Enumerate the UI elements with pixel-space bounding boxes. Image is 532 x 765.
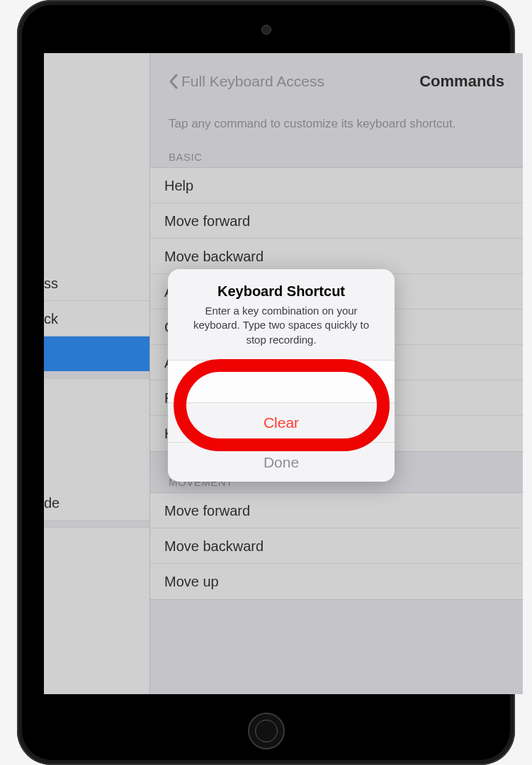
clear-button[interactable]: Clear xyxy=(168,402,395,442)
ipad-frame: ss ck de Full Keyboard Access Commands T… xyxy=(17,0,515,765)
front-camera xyxy=(261,25,271,35)
alert-message: Enter a key combination on your keyboard… xyxy=(183,304,379,347)
shortcut-input[interactable] xyxy=(168,360,395,402)
screen: ss ck de Full Keyboard Access Commands T… xyxy=(44,53,523,694)
done-button[interactable]: Done xyxy=(168,442,395,482)
keyboard-shortcut-alert: Keyboard Shortcut Enter a key combinatio… xyxy=(168,269,395,482)
home-button[interactable] xyxy=(248,713,285,749)
alert-header: Keyboard Shortcut Enter a key combinatio… xyxy=(168,269,395,360)
alert-title: Keyboard Shortcut xyxy=(183,283,379,300)
